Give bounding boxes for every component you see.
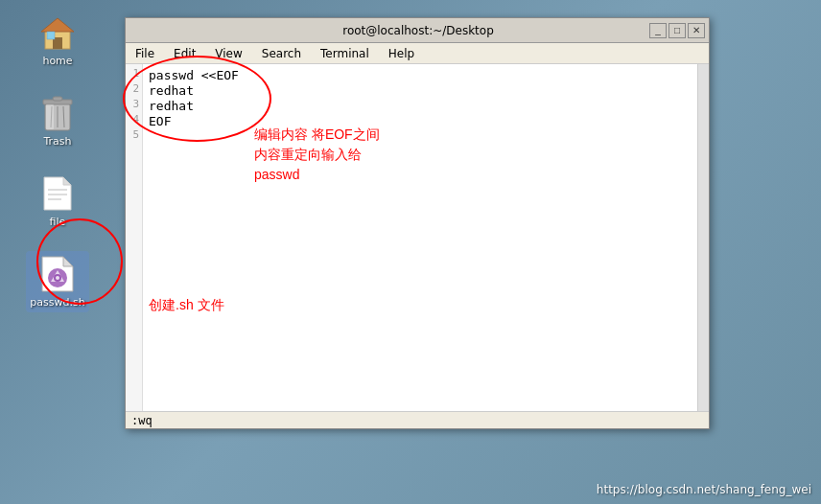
menu-file[interactable]: File bbox=[129, 46, 160, 61]
terminal-statusbar: :wq bbox=[126, 411, 709, 428]
menu-edit[interactable]: Edit bbox=[168, 46, 201, 61]
trash-icon-label: Trash bbox=[43, 135, 71, 148]
file-icon-label: file bbox=[50, 216, 66, 228]
desktop: home Trash bbox=[0, 0, 821, 504]
minimize-button[interactable]: _ bbox=[649, 23, 667, 38]
svg-marker-1 bbox=[41, 18, 74, 32]
menu-view[interactable]: View bbox=[209, 46, 247, 61]
terminal-status: :wq bbox=[131, 414, 152, 427]
svg-marker-17 bbox=[63, 257, 73, 266]
home-icon bbox=[38, 13, 77, 52]
file-icon bbox=[38, 174, 77, 213]
maximize-button[interactable]: □ bbox=[669, 23, 686, 38]
svg-rect-10 bbox=[46, 104, 54, 129]
terminal-titlebar: root@localhost:~/Desktop _ □ ✕ bbox=[126, 18, 709, 43]
menu-search[interactable]: Search bbox=[256, 46, 307, 61]
terminal-scrollbar[interactable] bbox=[697, 64, 709, 411]
bottom-url: https://blog.csdn.net/shang_feng_wei bbox=[597, 483, 811, 496]
terminal-text-area[interactable]: passwd <<EOF redhat redhat EOF bbox=[143, 64, 697, 411]
desktop-icon-home[interactable]: home bbox=[35, 10, 81, 71]
terminal-title: root@localhost:~/Desktop bbox=[187, 24, 649, 37]
desktop-icon-file[interactable]: file bbox=[35, 171, 81, 232]
home-icon-label: home bbox=[42, 55, 72, 67]
desktop-icon-passwd-sh[interactable]: passwd.sh bbox=[26, 251, 88, 312]
titlebar-buttons: _ □ ✕ bbox=[649, 23, 705, 38]
terminal-window: root@localhost:~/Desktop _ □ ✕ File Edit… bbox=[125, 17, 710, 429]
svg-rect-6 bbox=[53, 97, 62, 101]
line-numbers: 12345 bbox=[126, 64, 143, 411]
close-button[interactable]: ✕ bbox=[688, 23, 705, 38]
terminal-menubar: File Edit View Search Terminal Help bbox=[126, 43, 709, 64]
svg-rect-3 bbox=[47, 32, 55, 39]
passwd-sh-icon-label: passwd.sh bbox=[30, 296, 84, 309]
trash-icon bbox=[38, 94, 77, 132]
menu-help[interactable]: Help bbox=[383, 46, 420, 61]
terminal-content[interactable]: 12345 passwd <<EOF redhat redhat EOF bbox=[126, 64, 709, 411]
svg-marker-12 bbox=[63, 177, 71, 185]
passwd-sh-icon bbox=[38, 255, 77, 293]
menu-terminal[interactable]: Terminal bbox=[315, 46, 375, 61]
desktop-icons: home Trash bbox=[0, 0, 115, 322]
desktop-icon-trash[interactable]: Trash bbox=[35, 90, 81, 151]
svg-point-21 bbox=[56, 276, 59, 280]
